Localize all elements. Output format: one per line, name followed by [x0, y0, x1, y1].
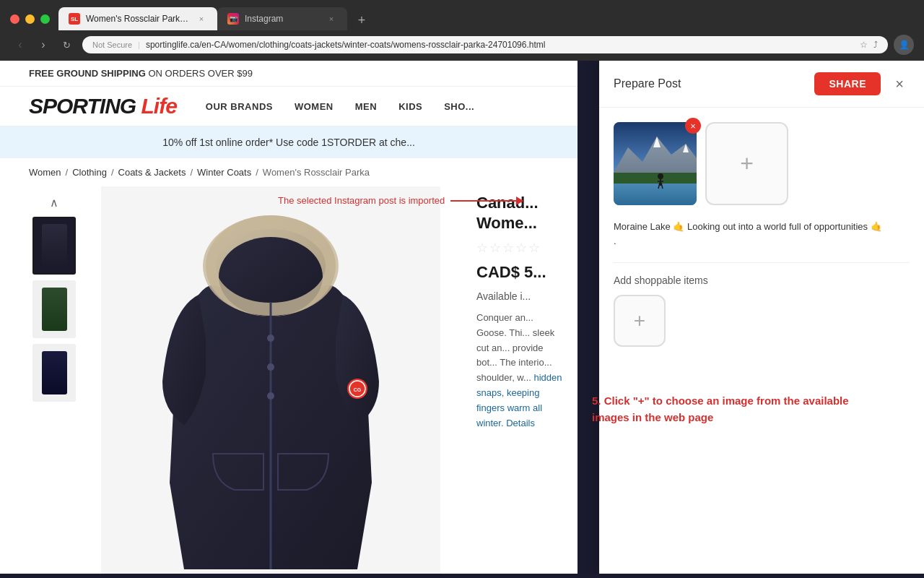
product-name: Wome...: [476, 214, 563, 233]
url-action-icons: ☆ ⤴: [860, 40, 878, 50]
breadcrumb-current: Women's Rossclair Parka: [263, 167, 370, 178]
nav-sho[interactable]: SHO...: [444, 101, 474, 112]
bookmark-icon[interactable]: ☆: [860, 40, 868, 50]
svg-rect-15: [614, 184, 697, 205]
tab-instagram[interactable]: 📷 Instagram ×: [217, 7, 347, 30]
url-text: sportinglife.ca/en-CA/women/clothing/coa…: [146, 40, 546, 50]
promo-text: 10% off 1st online order* Use code 1STOR…: [162, 137, 415, 148]
caption-text: Moraine Lake 🤙 Looking out into a world …: [614, 221, 882, 232]
svg-point-5: [267, 363, 274, 371]
svg-point-4: [267, 335, 274, 342]
traffic-light-yellow[interactable]: [25, 14, 35, 24]
breadcrumb-women[interactable]: Women: [29, 167, 61, 178]
svg-text:CG: CG: [354, 387, 362, 392]
product-price: CAD$ 5...: [476, 263, 563, 282]
site-logo[interactable]: SPORTING Life: [29, 94, 177, 118]
security-indicator: Not Secure: [92, 40, 132, 49]
svg-point-6: [267, 392, 274, 400]
nav-kids[interactable]: KIDS: [398, 101, 422, 112]
share-button[interactable]: SHARE: [814, 72, 881, 95]
address-bar[interactable]: Not Secure | sportinglife.ca/en-CA/women…: [82, 36, 888, 53]
tab-title-sporting: Women's Rossclair Parka | Can...: [86, 14, 190, 24]
forward-button[interactable]: ›: [33, 35, 53, 55]
svg-point-17: [658, 173, 663, 179]
product-brand: Canad...: [476, 194, 563, 212]
breadcrumb-coats[interactable]: Coats & Jackets: [118, 167, 186, 178]
remove-image-button[interactable]: ×: [685, 118, 701, 134]
logo-sporting: SPORTING: [29, 94, 141, 118]
breadcrumb-sep-2: /: [111, 167, 114, 178]
post-image-container: ×: [614, 122, 697, 205]
post-caption: Moraine Lake 🤙 Looking out into a world …: [614, 220, 910, 248]
add-product-button[interactable]: +: [614, 295, 666, 347]
prepare-post-panel: Prepare Post SHARE × ×: [599, 61, 924, 574]
nav-our-brands[interactable]: OUR BRANDS: [206, 101, 273, 112]
nav-links: OUR BRANDS WOMEN MEN KIDS SHO...: [206, 101, 474, 112]
star-5: ☆: [528, 240, 540, 256]
panel-title: Prepare Post: [614, 77, 814, 90]
promo-banner: 10% off 1st online order* Use code 1STOR…: [0, 126, 578, 158]
image-row: ×: [614, 122, 910, 205]
tab-title-instagram: Instagram: [245, 14, 320, 24]
details-link[interactable]: hidden snaps, keeping fingers warm all w…: [476, 372, 562, 428]
panel-header: Prepare Post SHARE ×: [599, 61, 924, 108]
webpage-content: FREE GROUND SHIPPING ON ORDERS OVER $99 …: [0, 61, 578, 574]
product-area: ∧: [0, 186, 578, 574]
post-image: [614, 122, 697, 205]
panel-content: ×: [599, 108, 924, 574]
shipping-rest: ON ORDERS OVER $99: [148, 68, 253, 79]
product-availability: Available i...: [476, 290, 563, 302]
traffic-light-red[interactable]: [10, 14, 19, 24]
star-4: ☆: [515, 240, 527, 256]
product-thumbnails: ∧: [29, 186, 79, 574]
star-1: ☆: [476, 240, 488, 256]
breadcrumb-winter[interactable]: Winter Coats: [197, 167, 251, 178]
breadcrumb-clothing[interactable]: Clothing: [72, 167, 107, 178]
breadcrumb-sep-3: /: [190, 167, 193, 178]
breadcrumb: Women / Clothing / Coats & Jackets / Win…: [0, 158, 578, 186]
refresh-button[interactable]: ↻: [56, 35, 77, 55]
caption-dot: .: [614, 236, 616, 246]
thumbnail-1[interactable]: [32, 217, 76, 275]
breadcrumb-sep-4: /: [256, 167, 258, 178]
svg-rect-14: [614, 173, 697, 184]
product-rating: ☆ ☆ ☆ ☆ ☆: [476, 240, 563, 256]
product-details: Canad... Wome... ☆ ☆ ☆ ☆ ☆ CAD$ 5... Ava…: [462, 186, 578, 574]
panel-close-button[interactable]: ×: [889, 74, 910, 94]
new-tab-button[interactable]: +: [352, 10, 372, 30]
star-2: ☆: [489, 240, 501, 256]
main-product-image: CG: [101, 186, 440, 574]
tab-favicon-sporting: SL: [69, 13, 80, 25]
panel-divider: [614, 262, 910, 263]
nav-men[interactable]: MEN: [355, 101, 377, 112]
tab-close-sporting[interactable]: ×: [196, 13, 207, 25]
traffic-light-green[interactable]: [40, 14, 50, 24]
tab-favicon-instagram: 📷: [227, 13, 239, 25]
tab-close-instagram[interactable]: ×: [326, 13, 337, 25]
thumbnail-2[interactable]: [32, 280, 76, 338]
tab-sporting[interactable]: SL Women's Rossclair Parka | Can... ×: [58, 7, 217, 30]
star-3: ☆: [502, 240, 514, 256]
breadcrumb-sep-1: /: [66, 167, 69, 178]
site-navigation: SPORTING Life OUR BRANDS WOMEN MEN KIDS …: [0, 87, 578, 126]
nav-women[interactable]: WOMEN: [295, 101, 334, 112]
back-button[interactable]: ‹: [10, 35, 30, 55]
logo-life: Life: [141, 94, 176, 118]
add-image-button[interactable]: +: [705, 122, 788, 205]
shipping-banner: FREE GROUND SHIPPING ON ORDERS OVER $99: [0, 61, 578, 87]
shipping-strong: FREE GROUND SHIPPING: [29, 68, 146, 79]
thumbnails-up[interactable]: ∧: [36, 194, 72, 211]
shoppable-label: Add shoppable items: [614, 275, 910, 286]
thumbnail-3[interactable]: [32, 344, 76, 402]
product-description: Conquer an... Goose. Thi... sleek cut an…: [476, 311, 563, 431]
profile-icon[interactable]: 👤: [894, 35, 914, 55]
share-icon[interactable]: ⤴: [873, 40, 878, 50]
